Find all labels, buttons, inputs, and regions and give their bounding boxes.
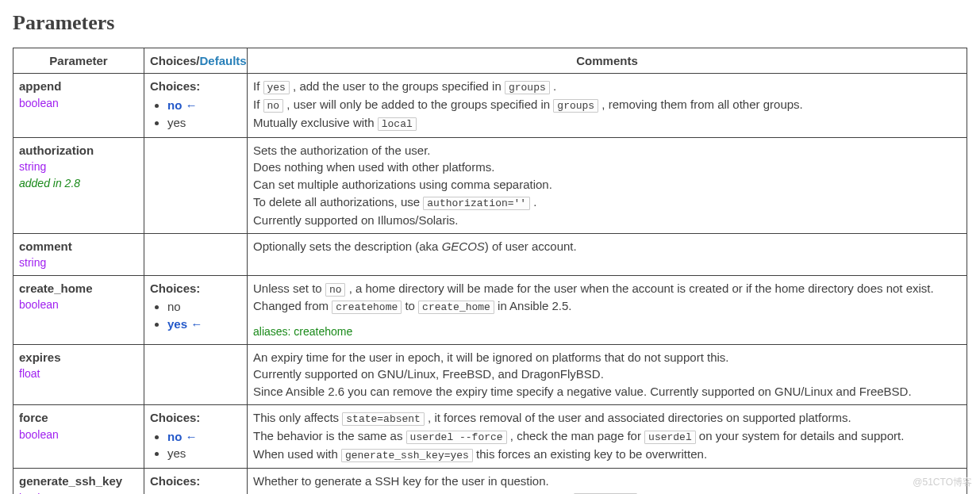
comment-line: Changed from createhome to create_home i… <box>253 297 961 316</box>
choices-label: Choices: <box>150 409 241 427</box>
comment-line: Unless set to no , a home directory will… <box>253 280 961 298</box>
param-name-comment: comment <box>19 238 138 255</box>
comment-line: Whether to generate a SSH key for the us… <box>253 473 961 490</box>
param-type: boolean <box>19 297 138 312</box>
col-header-choices: Choices/Defaults <box>144 48 248 74</box>
table-row: append boolean Choices: no ← yes If yes … <box>13 74 967 137</box>
choices-label: Choices: <box>150 473 241 490</box>
comment-line: If no , user will only be added to the g… <box>253 96 961 114</box>
comment-line: The behavior is the same as userdel --fo… <box>253 427 961 446</box>
choice-item: yes <box>167 445 241 462</box>
table-row: generate_ssh_key boolean Choices: no ← y… <box>13 469 967 494</box>
choices-label: Choices: <box>150 280 241 297</box>
aliases-line: aliases: createhome <box>253 324 961 339</box>
param-name-force: force <box>19 409 138 427</box>
param-type: boolean <box>19 490 138 494</box>
comment-line: When used with generate_ssh_key=yes this… <box>253 446 961 464</box>
code-literal: generate_ssh_key=yes <box>341 449 473 462</box>
param-type: float <box>19 366 138 381</box>
param-type: string <box>19 159 138 174</box>
code-literal: groups <box>553 99 598 113</box>
choice-item: yes ← <box>167 316 241 333</box>
choices-list: no ← yes <box>150 97 241 132</box>
choices-prefix: Choices/ <box>150 54 200 67</box>
code-literal: no <box>325 283 346 297</box>
param-name-expires: expires <box>19 349 138 366</box>
comment-line: If yes , add the user to the groups spec… <box>253 78 961 96</box>
code-literal: state=absent <box>342 412 425 426</box>
parameters-table: Parameter Choices/Defaults Comments appe… <box>13 48 967 494</box>
table-header-row: Parameter Choices/Defaults Comments <box>13 48 967 74</box>
comment-line: Does nothing when used with other platfo… <box>253 159 961 176</box>
param-name-authorization: authorization <box>19 142 138 159</box>
default-arrow-icon: ← <box>186 430 198 443</box>
comment-line: An expiry time for the user in epoch, it… <box>253 349 961 366</box>
choice-default: yes <box>167 317 187 331</box>
code-literal: local <box>378 117 417 131</box>
section-heading: Parameters <box>13 8 967 38</box>
param-name-append: append <box>19 78 138 95</box>
gecos-term: GECOS <box>442 239 485 253</box>
col-header-comments: Comments <box>248 48 967 74</box>
code-literal: groups <box>505 81 550 94</box>
choice-item: yes <box>167 114 241 132</box>
param-type: boolean <box>19 95 138 111</box>
param-type: string <box>19 255 138 270</box>
param-type: boolean <box>19 427 138 442</box>
comment-line: Currently supported on GNU/Linux, FreeBS… <box>253 366 961 383</box>
table-row: create_home boolean Choices: no yes ← Un… <box>13 275 967 344</box>
code-literal: authorization='' <box>423 197 530 210</box>
choices-list: no yes ← <box>150 298 241 333</box>
choice-item: no ← <box>167 428 241 446</box>
col-header-parameter: Parameter <box>13 48 144 74</box>
choice-default: no <box>167 98 182 112</box>
comment-line: Sets the authorization of the user. <box>253 142 961 159</box>
default-arrow-icon: ← <box>186 98 198 112</box>
default-arrow-icon: ← <box>190 317 202 331</box>
comment-line: Optionally sets the description (aka GEC… <box>253 238 961 255</box>
param-name-generate-ssh-key: generate_ssh_key <box>19 473 138 490</box>
comment-line: Can set multiple authorizations using co… <box>253 176 961 193</box>
table-row: force boolean Choices: no ← yes This onl… <box>13 404 967 468</box>
comment-line: This only affects state=absent , it forc… <box>253 409 961 427</box>
table-row: comment string Optionally sets the descr… <box>13 233 967 275</box>
comment-line: This will not overwrite an existing SSH … <box>253 490 961 494</box>
choice-item: no <box>167 298 241 316</box>
table-row: authorization string added in 2.8 Sets t… <box>13 137 967 233</box>
comment-line: To delete all authorizations, use author… <box>253 193 961 212</box>
param-name-create-home: create_home <box>19 280 138 297</box>
choices-label: Choices: <box>150 78 241 95</box>
choice-item: no ← <box>167 97 241 114</box>
defaults-link[interactable]: Defaults <box>200 54 247 67</box>
code-literal: createhome <box>332 301 402 314</box>
comment-line: Since Ansible 2.6 you can remove the exp… <box>253 383 961 400</box>
code-literal: userdel --force <box>406 431 507 444</box>
code-literal: no <box>263 99 284 113</box>
comment-line: Currently supported on Illumos/Solaris. <box>253 212 961 229</box>
comment-line: Mutually exclusive with local <box>253 114 961 132</box>
code-literal: userdel <box>644 431 696 444</box>
choice-default: no <box>167 430 182 443</box>
code-literal: yes <box>263 81 290 94</box>
table-row: expires float An expiry time for the use… <box>13 344 967 404</box>
choices-list: no ← yes <box>150 428 241 463</box>
param-added: added in 2.8 <box>19 175 138 191</box>
code-literal: create_home <box>418 301 494 314</box>
